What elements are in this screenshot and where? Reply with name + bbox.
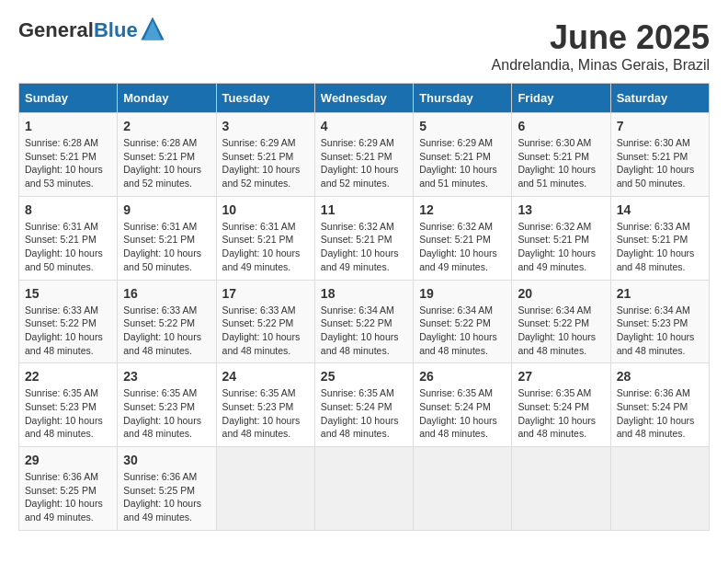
calendar-cell: 4Sunrise: 6:29 AMSunset: 5:21 PMDaylight… bbox=[314, 113, 413, 197]
day-info: Sunrise: 6:32 AMSunset: 5:21 PMDaylight:… bbox=[321, 221, 399, 272]
day-info: Sunrise: 6:32 AMSunset: 5:21 PMDaylight:… bbox=[518, 221, 596, 272]
calendar-cell: 27Sunrise: 6:35 AMSunset: 5:24 PMDayligh… bbox=[512, 363, 610, 447]
day-number: 18 bbox=[321, 286, 407, 301]
col-monday: Monday bbox=[118, 84, 216, 113]
day-info: Sunrise: 6:31 AMSunset: 5:21 PMDaylight:… bbox=[25, 221, 103, 272]
title-area: June 2025 Andrelandia, Minas Gerais, Bra… bbox=[492, 18, 710, 74]
logo-icon bbox=[140, 16, 165, 41]
col-tuesday: Tuesday bbox=[216, 84, 314, 113]
location-title: Andrelandia, Minas Gerais, Brazil bbox=[492, 57, 710, 74]
calendar-cell: 3Sunrise: 6:29 AMSunset: 5:21 PMDaylight… bbox=[216, 113, 314, 197]
col-saturday: Saturday bbox=[610, 84, 709, 113]
calendar-cell: 25Sunrise: 6:35 AMSunset: 5:24 PMDayligh… bbox=[314, 363, 413, 447]
day-number: 28 bbox=[617, 369, 703, 384]
day-number: 10 bbox=[222, 202, 309, 217]
header-row: Sunday Monday Tuesday Wednesday Thursday… bbox=[19, 84, 710, 113]
day-info: Sunrise: 6:34 AMSunset: 5:22 PMDaylight:… bbox=[419, 304, 497, 356]
calendar-cell: 2Sunrise: 6:28 AMSunset: 5:21 PMDaylight… bbox=[118, 113, 216, 197]
day-info: Sunrise: 6:29 AMSunset: 5:21 PMDaylight:… bbox=[222, 137, 301, 189]
day-number: 14 bbox=[617, 202, 703, 217]
calendar-cell: 1Sunrise: 6:28 AMSunset: 5:21 PMDaylight… bbox=[19, 113, 118, 197]
calendar-cell: 17Sunrise: 6:33 AMSunset: 5:22 PMDayligh… bbox=[216, 280, 314, 363]
col-friday: Friday bbox=[512, 84, 610, 113]
day-number: 15 bbox=[25, 286, 111, 301]
calendar-cell: 24Sunrise: 6:35 AMSunset: 5:23 PMDayligh… bbox=[216, 363, 314, 447]
day-info: Sunrise: 6:29 AMSunset: 5:21 PMDaylight:… bbox=[419, 137, 497, 189]
day-number: 22 bbox=[25, 369, 111, 384]
calendar-row-4: 22Sunrise: 6:35 AMSunset: 5:23 PMDayligh… bbox=[19, 363, 710, 447]
calendar-cell: 29Sunrise: 6:36 AMSunset: 5:25 PMDayligh… bbox=[19, 447, 118, 531]
day-info: Sunrise: 6:34 AMSunset: 5:22 PMDaylight:… bbox=[321, 304, 399, 356]
day-number: 5 bbox=[419, 119, 506, 133]
day-info: Sunrise: 6:29 AMSunset: 5:21 PMDaylight:… bbox=[321, 137, 399, 189]
day-number: 1 bbox=[25, 119, 111, 133]
calendar-cell bbox=[414, 447, 512, 531]
day-number: 11 bbox=[321, 202, 407, 217]
col-thursday: Thursday bbox=[414, 84, 512, 113]
calendar-cell bbox=[610, 447, 709, 531]
logo-blue: Blue bbox=[94, 18, 138, 41]
day-info: Sunrise: 6:34 AMSunset: 5:22 PMDaylight:… bbox=[518, 304, 596, 356]
calendar-row-5: 29Sunrise: 6:36 AMSunset: 5:25 PMDayligh… bbox=[19, 447, 710, 531]
calendar-cell bbox=[512, 447, 610, 531]
calendar-row-2: 8Sunrise: 6:31 AMSunset: 5:21 PMDaylight… bbox=[19, 196, 710, 280]
day-info: Sunrise: 6:36 AMSunset: 5:24 PMDaylight:… bbox=[617, 387, 695, 439]
day-info: Sunrise: 6:28 AMSunset: 5:21 PMDaylight:… bbox=[123, 137, 201, 189]
calendar-cell bbox=[314, 447, 413, 531]
calendar-cell: 7Sunrise: 6:30 AMSunset: 5:21 PMDaylight… bbox=[610, 113, 709, 197]
calendar-cell: 12Sunrise: 6:32 AMSunset: 5:21 PMDayligh… bbox=[414, 196, 512, 280]
month-title: June 2025 bbox=[492, 18, 710, 57]
logo-general: General bbox=[18, 18, 94, 41]
day-info: Sunrise: 6:35 AMSunset: 5:23 PMDaylight:… bbox=[25, 387, 103, 439]
calendar-body: 1Sunrise: 6:28 AMSunset: 5:21 PMDaylight… bbox=[19, 113, 710, 531]
day-number: 23 bbox=[123, 369, 210, 384]
day-info: Sunrise: 6:36 AMSunset: 5:25 PMDaylight:… bbox=[123, 471, 201, 523]
calendar-cell: 26Sunrise: 6:35 AMSunset: 5:24 PMDayligh… bbox=[414, 363, 512, 447]
day-info: Sunrise: 6:32 AMSunset: 5:21 PMDaylight:… bbox=[419, 221, 497, 272]
day-info: Sunrise: 6:35 AMSunset: 5:24 PMDaylight:… bbox=[518, 387, 596, 439]
calendar-cell: 11Sunrise: 6:32 AMSunset: 5:21 PMDayligh… bbox=[314, 196, 413, 280]
day-info: Sunrise: 6:33 AMSunset: 5:22 PMDaylight:… bbox=[123, 304, 201, 356]
calendar-cell: 15Sunrise: 6:33 AMSunset: 5:22 PMDayligh… bbox=[19, 280, 118, 363]
day-number: 7 bbox=[617, 119, 703, 133]
day-info: Sunrise: 6:33 AMSunset: 5:22 PMDaylight:… bbox=[25, 304, 103, 356]
calendar-cell: 9Sunrise: 6:31 AMSunset: 5:21 PMDaylight… bbox=[118, 196, 216, 280]
calendar-cell: 6Sunrise: 6:30 AMSunset: 5:21 PMDaylight… bbox=[512, 113, 610, 197]
logo: GeneralBlue bbox=[18, 18, 165, 42]
calendar-table: Sunday Monday Tuesday Wednesday Thursday… bbox=[18, 83, 710, 531]
day-info: Sunrise: 6:33 AMSunset: 5:21 PMDaylight:… bbox=[617, 221, 695, 272]
day-number: 27 bbox=[518, 369, 604, 384]
col-sunday: Sunday bbox=[19, 84, 118, 113]
day-number: 4 bbox=[321, 119, 407, 133]
day-info: Sunrise: 6:36 AMSunset: 5:25 PMDaylight:… bbox=[25, 471, 103, 523]
day-info: Sunrise: 6:35 AMSunset: 5:23 PMDaylight:… bbox=[222, 387, 301, 439]
day-info: Sunrise: 6:30 AMSunset: 5:21 PMDaylight:… bbox=[617, 137, 695, 189]
calendar-cell: 23Sunrise: 6:35 AMSunset: 5:23 PMDayligh… bbox=[118, 363, 216, 447]
day-number: 19 bbox=[419, 286, 506, 301]
calendar-cell: 30Sunrise: 6:36 AMSunset: 5:25 PMDayligh… bbox=[118, 447, 216, 531]
day-info: Sunrise: 6:35 AMSunset: 5:24 PMDaylight:… bbox=[419, 387, 497, 439]
day-number: 24 bbox=[222, 369, 309, 384]
calendar-cell: 8Sunrise: 6:31 AMSunset: 5:21 PMDaylight… bbox=[19, 196, 118, 280]
day-info: Sunrise: 6:34 AMSunset: 5:23 PMDaylight:… bbox=[617, 304, 695, 356]
day-number: 17 bbox=[222, 286, 309, 301]
calendar-cell bbox=[216, 447, 314, 531]
calendar-cell: 14Sunrise: 6:33 AMSunset: 5:21 PMDayligh… bbox=[610, 196, 709, 280]
day-number: 9 bbox=[123, 202, 210, 217]
day-number: 25 bbox=[321, 369, 407, 384]
day-info: Sunrise: 6:28 AMSunset: 5:21 PMDaylight:… bbox=[25, 137, 103, 189]
calendar-cell: 5Sunrise: 6:29 AMSunset: 5:21 PMDaylight… bbox=[414, 113, 512, 197]
day-number: 13 bbox=[518, 202, 604, 217]
calendar-row-1: 1Sunrise: 6:28 AMSunset: 5:21 PMDaylight… bbox=[19, 113, 710, 197]
calendar-cell: 20Sunrise: 6:34 AMSunset: 5:22 PMDayligh… bbox=[512, 280, 610, 363]
calendar-cell: 22Sunrise: 6:35 AMSunset: 5:23 PMDayligh… bbox=[19, 363, 118, 447]
calendar-cell: 10Sunrise: 6:31 AMSunset: 5:21 PMDayligh… bbox=[216, 196, 314, 280]
calendar-row-3: 15Sunrise: 6:33 AMSunset: 5:22 PMDayligh… bbox=[19, 280, 710, 363]
calendar-cell: 13Sunrise: 6:32 AMSunset: 5:21 PMDayligh… bbox=[512, 196, 610, 280]
day-number: 12 bbox=[419, 202, 506, 217]
calendar-cell: 18Sunrise: 6:34 AMSunset: 5:22 PMDayligh… bbox=[314, 280, 413, 363]
header: GeneralBlue June 2025 Andrelandia, Minas… bbox=[18, 18, 710, 74]
day-info: Sunrise: 6:31 AMSunset: 5:21 PMDaylight:… bbox=[222, 221, 301, 272]
day-info: Sunrise: 6:30 AMSunset: 5:21 PMDaylight:… bbox=[518, 137, 596, 189]
col-wednesday: Wednesday bbox=[314, 84, 413, 113]
